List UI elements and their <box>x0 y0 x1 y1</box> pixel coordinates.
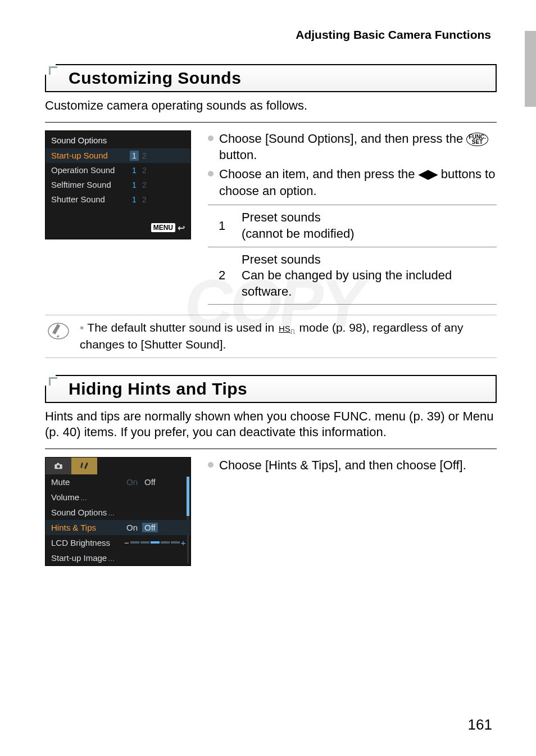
bullet-dot-icon <box>208 171 214 176</box>
tools-icon <box>79 461 89 471</box>
tab-setup <box>71 458 97 474</box>
section1-intro: Customize camera operating sounds as fol… <box>45 98 497 114</box>
table-row: 2 Preset sounds Can be changed by using … <box>208 247 497 305</box>
option-2: 2 <box>140 165 149 175</box>
section-title: Hiding Hints and Tips <box>69 379 488 399</box>
instructions: Choose [Hints & Tips], and then choose [… <box>208 457 497 476</box>
instr-text: Choose [Sound Options], and then press t… <box>219 132 466 146</box>
option-number: 1 <box>208 205 236 247</box>
camera-tabs <box>46 458 190 474</box>
option-1: 1 <box>130 194 139 205</box>
note-text: •The default shutter sound is used in HS… <box>80 320 494 352</box>
menu-row-volume: Volume <box>46 490 190 505</box>
menu-label: Sound Options <box>51 508 124 517</box>
camera-screen-sound-options: Sound Options Start-up Sound 1 2 Operati… <box>45 130 191 239</box>
option-desc: Preset sounds (cannot be modified) <box>236 205 497 247</box>
option-2: 2 <box>140 151 149 161</box>
camera-icon <box>53 461 63 471</box>
toggle-off: Off <box>142 523 158 532</box>
camera-row-selftimer-sound: Selftimer Sound 1 2 <box>46 178 190 192</box>
divider <box>45 122 497 123</box>
instr-text: button. <box>219 148 257 162</box>
bullet-2: Choose an item, and then press the ◀▶ bu… <box>208 166 497 199</box>
menu-row-mute: Mute On Off <box>46 474 190 490</box>
menu-row-sound-options: Sound Options <box>46 505 190 520</box>
option-1: 1 <box>130 180 139 190</box>
camera-row-startup-sound: Start-up Sound 1 2 <box>46 148 190 163</box>
pencil-note-icon <box>47 320 70 346</box>
menu-label: Mute <box>51 477 124 487</box>
running-header: Adjusting Basic Camera Functions <box>45 28 497 42</box>
menu-label: Start-up Image <box>51 553 124 563</box>
menu-row-lcd-brightness: LCD Brightness − + <box>46 535 190 550</box>
bullet-dot-icon <box>208 135 214 141</box>
table-row: 1 Preset sounds (cannot be modified) <box>208 205 497 247</box>
menu-label: Hints & Tips <box>51 523 124 532</box>
camera-menu-back: MENU ↩ <box>46 217 190 239</box>
section-title: Customizing Sounds <box>69 69 488 88</box>
menu-label: Volume <box>51 492 124 502</box>
section-heading-customizing-sounds: Customizing Sounds <box>45 64 497 92</box>
camera-screen-setup-menu: Mute On Off Volume Sound Options Hints &… <box>45 457 191 566</box>
tab-shooting <box>46 458 71 474</box>
camera-row-operation-sound: Operation Sound 1 2 <box>46 163 190 178</box>
note-box: •The default shutter sound is used in HS… <box>45 315 497 357</box>
option-1: 1 <box>130 151 139 161</box>
menu-row-hints-tips: Hints & Tips On Off <box>46 520 190 535</box>
svg-rect-1 <box>52 324 60 335</box>
menu-badge: MENU <box>151 223 175 232</box>
camera-row-shutter-sound: Shutter Sound 1 2 <box>46 192 190 207</box>
camera-row-label: Start-up Sound <box>51 151 130 160</box>
instr-text: Choose an item, and then press the <box>219 167 419 181</box>
options-table: 1 Preset sounds (cannot be modified) 2 P… <box>208 205 497 305</box>
back-arrow-icon: ↩ <box>178 223 185 233</box>
section-heading-hiding-hints: Hiding Hints and Tips <box>45 375 497 403</box>
func-set-icon: FUNC. SET <box>466 133 488 146</box>
camera-row-label: Selftimer Sound <box>51 180 130 189</box>
svg-point-5 <box>57 465 60 468</box>
option-1: 1 <box>130 165 139 175</box>
camera-row-label: Shutter Sound <box>51 194 130 204</box>
bullet-1: Choose [Sound Options], and then press t… <box>208 130 497 164</box>
toggle-on: On <box>124 477 140 487</box>
menu-row-startup-image: Start-up Image <box>46 550 190 565</box>
section2-intro: Hints and tips are normally shown when y… <box>45 409 497 441</box>
brightness-slider: − + <box>124 538 186 547</box>
toggle-off: Off <box>142 477 158 487</box>
camera-title: Sound Options <box>46 131 190 148</box>
page-number: 161 <box>468 716 492 734</box>
left-right-arrow-icon: ◀▶ <box>419 166 438 183</box>
instr-text: Choose [Hints & Tips], and then choose [… <box>219 457 497 474</box>
menu-label: LCD Brightness <box>51 538 124 547</box>
high-speed-mode-icon: HS⎍ <box>278 323 296 337</box>
option-2: 2 <box>140 194 149 205</box>
bullet-dot-icon <box>208 462 214 468</box>
camera-row-label: Operation Sound <box>51 165 130 175</box>
option-2: 2 <box>140 180 149 190</box>
side-tab <box>525 31 536 107</box>
option-desc: Preset sounds Can be changed by using th… <box>236 247 497 305</box>
option-number: 2 <box>208 247 236 305</box>
svg-rect-4 <box>57 463 60 464</box>
svg-marker-2 <box>56 335 60 339</box>
toggle-on: On <box>124 523 140 532</box>
bullet-1: Choose [Hints & Tips], and then choose [… <box>208 457 497 474</box>
instructions: Choose [Sound Options], and then press t… <box>208 130 497 305</box>
divider <box>45 449 497 449</box>
